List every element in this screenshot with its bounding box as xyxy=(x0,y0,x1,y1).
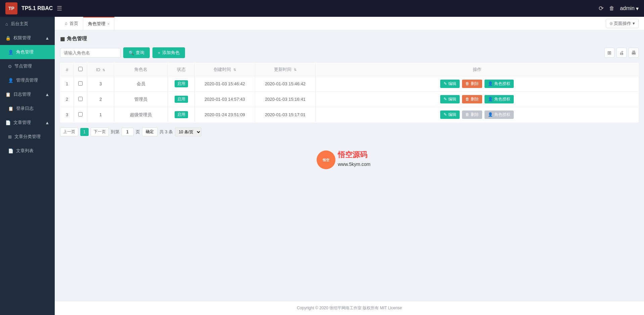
tab-role-mgmt[interactable]: 角色管理 × xyxy=(83,17,114,30)
cell-index: 1 xyxy=(60,76,74,92)
logo: TP xyxy=(5,2,17,14)
sidebar-item-role-mgmt[interactable]: 👤 角色管理 xyxy=(0,45,55,59)
cell-id: 3 xyxy=(87,76,114,92)
lock-icon: 🔒 xyxy=(5,36,11,41)
sidebar-item-home-label: 后台主页 xyxy=(11,21,28,27)
chevron-down-icon: ▾ xyxy=(636,5,639,12)
cell-id: 1 xyxy=(87,107,114,123)
login-log-icon: 📋 xyxy=(8,106,13,111)
search-input[interactable] xyxy=(60,48,121,58)
sidebar-group-logs[interactable]: 📋 日志管理 ▲ xyxy=(0,87,55,101)
svg-text:悟空源码: 悟空源码 xyxy=(337,150,367,159)
col-header-check xyxy=(74,63,87,76)
table-row: 1 3 会员 启用 2020-01-03 15:46:42 2020-01-03… xyxy=(60,76,639,92)
cell-index: 3 xyxy=(60,107,74,123)
cell-name: 超级管理员 xyxy=(114,107,168,123)
edit-button[interactable]: ✎ 编辑 xyxy=(440,110,459,119)
next-page-button[interactable]: 下一页 xyxy=(91,127,109,136)
node-icon: ⊙ xyxy=(8,64,12,69)
toolbar: 🔍 查询 + 添加角色 ⊞ 🖨 🖶 xyxy=(60,47,639,58)
cell-ops: ✎ 编辑 🗑 删除 👤 角色授权 xyxy=(316,107,639,123)
sidebar-item-node-mgmt[interactable]: ⊙ 节点管理 xyxy=(0,59,55,73)
admin-dropdown[interactable]: admin ▾ xyxy=(620,5,639,12)
tab-role-mgmt-label: 角色管理 xyxy=(88,21,105,27)
cell-status: 启用 xyxy=(168,107,195,123)
updated-sort-icon[interactable]: ⇅ xyxy=(294,68,296,72)
expand-icon-articles: ▲ xyxy=(45,120,49,125)
search-button[interactable]: 🔍 查询 xyxy=(123,47,150,58)
add-role-button[interactable]: + 添加角色 xyxy=(152,47,185,58)
page-confirm-button[interactable]: 确定 xyxy=(142,127,157,136)
sidebar-group-articles[interactable]: 📄 文章管理 ▲ xyxy=(0,116,55,130)
page-1-button[interactable]: 1 xyxy=(80,128,89,136)
delete-button[interactable]: 🗑 删除 xyxy=(462,80,482,88)
footer: Copyright © 2020 张绍平网络工作室 版权所有 MIT Licen… xyxy=(55,301,644,315)
table-body: 1 3 会员 启用 2020-01-03 15:46:42 2020-01-03… xyxy=(60,76,639,123)
article-list-icon: 📄 xyxy=(8,148,13,153)
sidebar-item-admin-mgmt[interactable]: 👤 管理员管理 xyxy=(0,73,55,87)
sidebar-item-login-log[interactable]: 📋 登录日志 xyxy=(0,101,55,116)
tab-home[interactable]: ⌂ 首页 xyxy=(60,17,83,30)
tab-close-icon[interactable]: × xyxy=(107,22,109,26)
per-page-select[interactable]: 10 条/页20 条/页50 条/页 xyxy=(175,128,201,136)
page-ops-button[interactable]: ⊙ 页面操作 ▾ xyxy=(606,19,639,28)
cell-id: 2 xyxy=(87,92,114,107)
prev-page-button[interactable]: 上一页 xyxy=(60,127,78,136)
app-title: TP5.1 RBAC xyxy=(21,5,53,11)
row-checkbox[interactable] xyxy=(78,97,83,101)
role-icon: 👤 xyxy=(8,50,13,55)
delete-button[interactable]: 🗑 删除 xyxy=(462,95,482,103)
page-title-icon: ▦ xyxy=(60,36,65,42)
cell-check xyxy=(74,76,87,92)
sidebar-item-article-category[interactable]: ⊞ 文章分类管理 xyxy=(0,130,55,144)
page-title-bar: ▦ 角色管理 xyxy=(60,36,639,42)
sidebar-sub-permissions: 👤 角色管理 ⊙ 节点管理 👤 管理员管理 xyxy=(0,45,55,87)
refresh-icon[interactable]: ⟳ xyxy=(599,5,604,12)
select-all-checkbox[interactable] xyxy=(78,67,83,71)
print-button[interactable]: 🖶 xyxy=(629,48,639,58)
watermark-svg: 悟空 悟空源码 www.5kym.com xyxy=(316,146,383,173)
auth-button[interactable]: 👤 角色授权 xyxy=(485,80,513,88)
admin-label: admin xyxy=(620,5,635,11)
print-icon: 🖶 xyxy=(631,50,636,55)
delete-icon[interactable]: 🗑 xyxy=(609,5,614,11)
table-row: 2 2 管理员 启用 2020-01-03 14:57:43 2020-01-0… xyxy=(60,92,639,107)
cell-updated: 2020-01-03 15:17:01 xyxy=(255,107,316,123)
sidebar-group-permissions[interactable]: 🔒 权限管理 ▲ xyxy=(0,31,55,45)
page-content: ▦ 角色管理 🔍 查询 + 添加角色 xyxy=(55,30,644,301)
cell-created: 2020-01-03 15:46:42 xyxy=(195,76,255,92)
toolbar-left: 🔍 查询 + 添加角色 xyxy=(60,47,185,58)
cell-check xyxy=(74,107,87,123)
row-checkbox[interactable] xyxy=(78,81,83,86)
footer-text: Copyright © 2020 张绍平网络工作室 版权所有 MIT Licen… xyxy=(297,306,402,310)
grid-view-button[interactable]: ⊞ xyxy=(604,48,614,58)
sidebar-item-article-list[interactable]: 📄 文章列表 xyxy=(0,144,55,158)
id-sort-icon[interactable]: ⇅ xyxy=(102,68,105,72)
role-table: # ID ⇅ 角色名 状态 创建时间 ⇅ xyxy=(60,63,639,123)
cell-updated: 2020-01-03 15:46:42 xyxy=(255,76,316,92)
row-checkbox[interactable] xyxy=(78,112,83,117)
auth-button: 👤 角色授权 xyxy=(485,110,513,119)
edit-button[interactable]: ✎ 编辑 xyxy=(440,95,459,103)
tab-bar-right: ⊙ 页面操作 ▾ xyxy=(606,19,639,28)
sidebar-item-home[interactable]: ⌂ 后台主页 xyxy=(0,17,55,31)
table-row: 3 1 超级管理员 启用 2020-01-24 23:51:09 2020-01… xyxy=(60,107,639,123)
auth-button[interactable]: 👤 角色授权 xyxy=(485,95,513,103)
sidebar-group-logs-label: 日志管理 xyxy=(13,91,31,97)
article-cat-icon: ⊞ xyxy=(8,134,12,139)
page-label: 页 xyxy=(136,129,140,135)
col-header-status: 状态 xyxy=(168,63,195,76)
watermark-area: 悟空 悟空源码 www.5kym.com xyxy=(60,136,639,184)
goto-label: 到第 xyxy=(111,129,120,135)
menu-toggle-icon[interactable]: ☰ xyxy=(57,5,62,12)
cell-check xyxy=(74,92,87,107)
page-goto-input[interactable] xyxy=(122,128,134,136)
created-sort-icon[interactable]: ⇅ xyxy=(233,68,236,72)
tab-bar-left: ⌂ 首页 角色管理 × xyxy=(60,17,114,30)
header-left: TP TP5.1 RBAC ☰ xyxy=(5,2,62,14)
expand-icon-logs: ▲ xyxy=(45,92,49,97)
expand-icon-permissions: ▲ xyxy=(45,36,49,41)
print-setup-icon: 🖨 xyxy=(619,50,624,55)
edit-button[interactable]: ✎ 编辑 xyxy=(440,80,459,88)
print-setup-button[interactable]: 🖨 xyxy=(616,48,627,58)
